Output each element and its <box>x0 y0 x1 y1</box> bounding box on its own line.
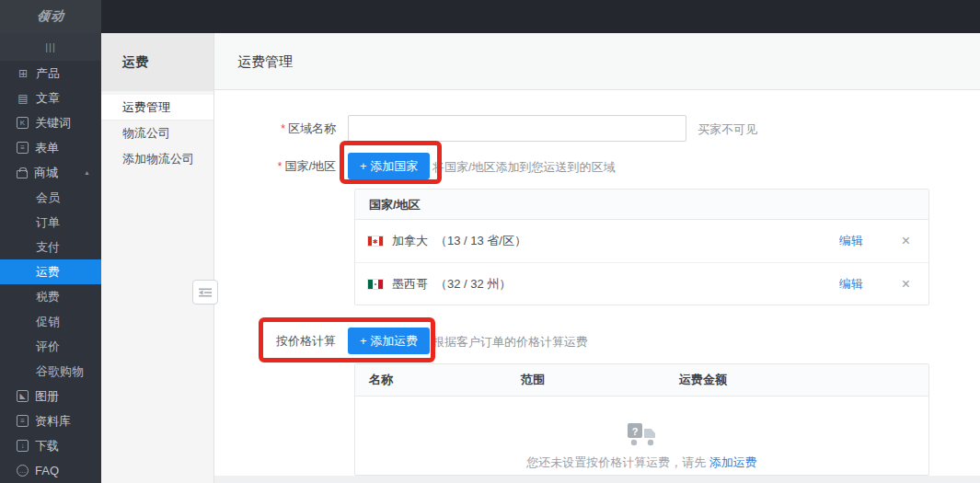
sidebar-item-orders[interactable]: 订单 <box>0 210 101 235</box>
sidebar-item-albums[interactable]: ◣ 图册 <box>0 384 101 408</box>
collapse-panel-icon <box>199 288 212 297</box>
edit-link[interactable]: 编辑 <box>839 233 863 249</box>
sidebar-item-downloads[interactable]: ↓ 下载 <box>0 433 101 458</box>
submenu-item-freight-management[interactable]: 运费管理 <box>101 95 213 121</box>
sidebar-item-label: 资料库 <box>35 413 71 430</box>
hamburger-icon: ||| <box>45 41 56 52</box>
sidebar-item-faq[interactable]: … FAQ <box>0 458 101 483</box>
add-country-button[interactable]: + 添加国家 <box>348 153 430 179</box>
column-header-amount: 运费金额 <box>679 372 727 388</box>
table-row: • 墨西哥 （32 / 32 州） 编辑 × <box>355 262 928 305</box>
country-table-header: 国家/地区 <box>355 190 928 220</box>
sidebar-item-members[interactable]: 会员 <box>0 185 101 210</box>
sidebar-item-mall[interactable]: 商城 ▲ <box>0 160 101 185</box>
column-header-range: 范围 <box>521 372 679 388</box>
topbar: 领动 <box>0 0 980 33</box>
required-asterisk: * <box>281 122 285 135</box>
app-logo[interactable]: 领动 <box>0 0 101 33</box>
remove-icon[interactable]: × <box>902 276 910 293</box>
required-asterisk: * <box>278 160 282 173</box>
truck-question-icon: ? <box>627 422 658 446</box>
form-icon: ≡ <box>17 142 29 154</box>
primary-sidebar: ||| ⊞ 产品 ▤ 文章 K 关键词 ≡ 表单 商城 ▲ <box>0 33 101 483</box>
column-header-name: 名称 <box>369 372 521 388</box>
mexico-flag-icon: • <box>367 279 384 290</box>
price-calc-label: 按价格计算 <box>214 328 336 354</box>
main-content: 运费管理 *区域名称 买家不可见 *国家/地区 + 添加国家 将国家/地区添加到… <box>214 33 980 483</box>
sidebar-item-taxes[interactable]: 税费 <box>0 284 101 309</box>
price-table-empty-state: ? 您还未设置按价格计算运费，请先 添加运费 <box>355 397 928 476</box>
sidebar-menu: ⊞ 产品 ▤ 文章 K 关键词 ≡ 表单 商城 ▲ 会员 <box>0 61 101 483</box>
sidebar-item-freight[interactable]: 运费 <box>0 259 101 284</box>
country-name: 墨西哥 <box>392 276 428 293</box>
country-table: 国家/地区 ✱ 加拿大 （13 / 13 省/区） 编辑 × • 墨西哥 （32… <box>354 189 929 305</box>
sidebar-item-label: 商城 <box>34 165 58 181</box>
region-name-input[interactable] <box>348 115 686 142</box>
secondary-menu: 运费管理 物流公司 添加物流公司 <box>101 91 213 172</box>
table-row: ✱ 加拿大 （13 / 13 省/区） 编辑 × <box>355 220 928 262</box>
article-icon: ▤ <box>17 93 29 104</box>
sidebar-item-forms[interactable]: ≡ 表单 <box>0 135 101 160</box>
price-table: 名称 范围 运费金额 ? 您还未设置按价格计算运费，请先 添加运费 <box>354 363 929 476</box>
submenu-item-logistics-company[interactable]: 物流公司 <box>101 121 213 146</box>
sidebar-item-label: 支付 <box>36 239 60 256</box>
library-icon: ≡ <box>17 415 29 427</box>
page-header: 运费管理 <box>214 33 980 90</box>
edit-link[interactable]: 编辑 <box>839 276 863 293</box>
sidebar-item-label: 会员 <box>36 190 60 206</box>
sidebar-item-google-shopping[interactable]: 谷歌购物 <box>0 359 101 384</box>
buyer-invisible-hint: 买家不可见 <box>698 121 757 138</box>
sidebar-item-products[interactable]: ⊞ 产品 <box>0 61 101 86</box>
sidebar-item-promotions[interactable]: 促销 <box>0 309 101 334</box>
sidebar-item-label: 关键词 <box>35 115 71 132</box>
caret-up-icon: ▲ <box>84 169 90 176</box>
sidebar-item-label: 订单 <box>36 214 60 231</box>
price-table-header-row: 名称 范围 运费金额 <box>355 364 928 397</box>
secondary-sidebar: 运费 运费管理 物流公司 添加物流公司 <box>101 33 214 483</box>
submenu-item-add-logistics-company[interactable]: 添加物流公司 <box>101 146 213 172</box>
sidebar-item-reviews[interactable]: 评价 <box>0 334 101 359</box>
sidebar-item-keywords[interactable]: K 关键词 <box>0 110 101 135</box>
sidebar-item-label: 评价 <box>36 339 60 355</box>
faq-icon: … <box>17 465 29 477</box>
country-region-label: *国家/地区 <box>214 153 336 180</box>
sidebar-item-label: 促销 <box>36 314 60 330</box>
sidebar-item-label: 运费 <box>36 264 60 281</box>
sidebar-item-articles[interactable]: ▤ 文章 <box>0 86 101 110</box>
collapse-panel-button[interactable] <box>192 280 218 305</box>
add-freight-button[interactable]: + 添加运费 <box>348 328 430 354</box>
sidebar-toggle[interactable]: ||| <box>0 33 101 61</box>
sidebar-item-label: 下载 <box>35 438 59 454</box>
price-calc-help: 根据客户订单的价格计算运费 <box>432 334 588 351</box>
content-bottom-edge <box>214 476 980 483</box>
secondary-sidebar-title: 运费 <box>101 33 213 91</box>
sidebar-item-label: 税费 <box>36 289 60 305</box>
sidebar-item-label: 产品 <box>36 65 60 82</box>
svg-text:?: ? <box>631 426 638 437</box>
album-icon: ◣ <box>17 390 29 402</box>
sidebar-item-label: 表单 <box>35 140 59 156</box>
canada-flag-icon: ✱ <box>367 236 384 247</box>
keyword-icon: K <box>17 117 29 129</box>
app-window: 领动 ||| ⊞ 产品 ▤ 文章 K 关键词 ≡ 表单 <box>0 0 980 483</box>
country-detail: （13 / 13 省/区） <box>435 233 526 249</box>
mall-bag-icon <box>17 170 28 178</box>
sidebar-item-library[interactable]: ≡ 资料库 <box>0 408 101 433</box>
download-icon: ↓ <box>17 440 29 452</box>
country-name: 加拿大 <box>392 233 428 249</box>
logo-text: 领动 <box>36 8 66 25</box>
region-name-label: *区域名称 <box>214 115 336 143</box>
grid-icon: ⊞ <box>17 68 29 79</box>
sidebar-item-payments[interactable]: 支付 <box>0 235 101 259</box>
sidebar-item-label: 文章 <box>36 90 60 107</box>
page-title: 运费管理 <box>237 53 293 69</box>
sidebar-item-label: 谷歌购物 <box>36 363 84 380</box>
remove-icon[interactable]: × <box>902 233 910 249</box>
country-detail: （32 / 32 州） <box>435 276 511 293</box>
sidebar-item-label: FAQ <box>35 464 59 477</box>
sidebar-item-label: 图册 <box>35 388 59 405</box>
add-freight-link[interactable]: 添加运费 <box>709 455 757 469</box>
add-country-help: 将国家/地区添加到您运送到的区域 <box>432 159 616 176</box>
empty-state-text: 您还未设置按价格计算运费，请先 添加运费 <box>526 454 757 471</box>
